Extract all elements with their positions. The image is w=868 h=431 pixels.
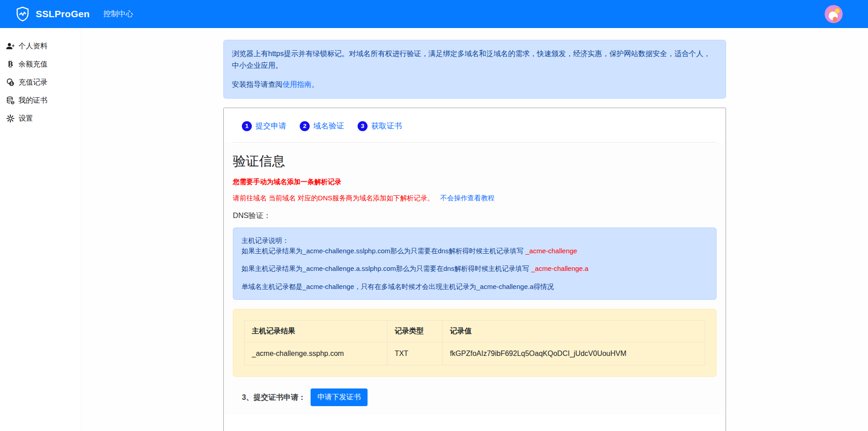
wizard-card: 1 提交申请 2 域名验证 3 获取证书 [223, 108, 726, 431]
svg-text:$: $ [12, 101, 14, 104]
gear-icon [6, 114, 14, 123]
note-line3: 单域名主机记录都是_acme-challenge，只有在多域名时候才会出现主机记… [241, 283, 554, 290]
cell-record-type: TXT [387, 342, 442, 365]
cell-record-value: fkGPZfoAIz79ibF692Lq5OaqKQoDCI_jUdcV0Uou… [443, 342, 705, 365]
svg-text:$: $ [10, 81, 13, 86]
sidebar-item-balance-recharge[interactable]: B 余额充值 [0, 55, 81, 73]
page-title: 验证信息 [233, 152, 717, 171]
note-line1-value: _acme-challenge [525, 247, 577, 255]
step-1-label: 提交申请 [255, 121, 286, 131]
card-footer-space [224, 415, 726, 431]
note-title: 主机记录说明： [241, 237, 289, 244]
dns-record-panel: 主机记录结果 记录类型 记录值 _acme-challenge.ssphp.co… [233, 309, 717, 377]
step-1-badge: 1 [242, 121, 252, 131]
sidebar-item-label: 余额充值 [19, 60, 47, 69]
usage-guide-link[interactable]: 使用指南。 [283, 81, 319, 88]
nav-item-control-center[interactable]: 控制中心 [103, 9, 133, 19]
sidebar-item-recharge-history[interactable]: $ 充值记录 [0, 73, 81, 91]
brand[interactable]: SSLProGen [14, 6, 90, 22]
dns-provider-notice: 请前往域名 当前域名 对应的DNS服务商为域名添加如下解析记录。不会操作查看教程 [233, 194, 717, 203]
svg-text:B: B [8, 61, 13, 68]
content-container: 浏览器上有https提示并有绿锁标记。对域名所有权进行验证，满足绑定多域名和泛域… [223, 40, 726, 431]
step-submit-application: 1 提交申请 [242, 121, 286, 131]
intro-alert: 浏览器上有https提示并有绿锁标记。对域名所有权进行验证，满足绑定多域名和泛域… [223, 40, 726, 99]
sidebar: 个人资料 B 余额充值 $ [0, 28, 81, 431]
note-line2: 如果主机记录结果为_acme-challenge.a.sslphp.com那么为… [241, 265, 529, 272]
table-header-row: 主机记录结果 记录类型 记录值 [245, 321, 705, 342]
coins-icon: $ [6, 78, 14, 86]
verification-section: 验证信息 您需要手动为域名添加一条解析记录 请前往域名 当前域名 对应的DNS服… [224, 142, 726, 415]
brand-name: SSLProGen [36, 9, 90, 19]
note-line2-value: _acme-challenge.a [531, 265, 589, 272]
col-header-host: 主机记录结果 [245, 321, 387, 342]
user-avatar[interactable] [825, 5, 843, 23]
note-line1: 如果主机记录结果为_acme-challenge.sslphp.com那么为只需… [241, 247, 523, 255]
sidebar-item-my-certificates[interactable]: $ 我的证书 [0, 91, 81, 109]
manual-record-warning: 您需要手动为域名添加一条解析记录 [233, 178, 717, 186]
step-3-label: 获取证书 [371, 121, 402, 131]
page-layout: 个人资料 B 余额充值 $ [0, 28, 868, 431]
steps: 1 提交申请 2 域名验证 3 获取证书 [233, 121, 717, 142]
sidebar-item-profile[interactable]: 个人资料 [0, 37, 81, 55]
certificate-icon: $ [6, 96, 14, 104]
step-get-certificate: 3 获取证书 [358, 121, 402, 131]
install-guide-text: 安装指导请查阅 [232, 81, 283, 88]
col-header-value: 记录值 [443, 321, 705, 342]
submit-row: 3、提交证书申请： 申请下发证书 [242, 388, 717, 411]
tutorial-link[interactable]: 不会操作查看教程 [440, 194, 495, 202]
shield-pulse-logo-icon [14, 6, 31, 22]
user-plus-icon [6, 42, 14, 50]
submit-label: 3、提交证书申请： [242, 393, 306, 403]
sidebar-item-label: 充值记录 [19, 78, 47, 87]
sidebar-item-label: 个人资料 [19, 42, 47, 51]
navbar: SSLProGen 控制中心 [0, 0, 868, 28]
cell-host-record: _acme-challenge.ssphp.com [245, 342, 387, 365]
wizard-steps-header: 1 提交申请 2 域名验证 3 获取证书 [224, 108, 726, 142]
intro-alert-text: 浏览器上有https提示并有绿锁标记。对域名所有权进行验证，满足绑定多域名和泛域… [232, 48, 717, 72]
dns-record-table: 主机记录结果 记录类型 记录值 _acme-challenge.ssphp.co… [244, 320, 705, 365]
step-2-badge: 2 [300, 121, 310, 131]
step-2-label: 域名验证 [313, 121, 344, 131]
sidebar-item-label: 设置 [19, 114, 33, 123]
col-header-type: 记录类型 [387, 321, 442, 342]
dns-provider-notice-text: 请前往域名 当前域名 对应的DNS服务商为域名添加如下解析记录。 [233, 194, 434, 202]
sidebar-item-settings[interactable]: 设置 [0, 109, 81, 128]
host-record-note: 主机记录说明： 如果主机记录结果为_acme-challenge.sslphp.… [233, 227, 717, 300]
request-certificate-button[interactable]: 申请下发证书 [311, 388, 368, 406]
step-domain-verification: 2 域名验证 [300, 121, 344, 131]
sidebar-item-label: 我的证书 [19, 96, 47, 105]
main-content: 浏览器上有https提示并有绿锁标记。对域名所有权进行验证，满足绑定多域名和泛域… [81, 28, 868, 431]
step-3-badge: 3 [358, 121, 368, 131]
dns-verification-label: DNS验证： [233, 211, 717, 221]
bitcoin-icon: B [6, 60, 14, 68]
table-row: _acme-challenge.ssphp.com TXT fkGPZfoAIz… [245, 342, 705, 365]
